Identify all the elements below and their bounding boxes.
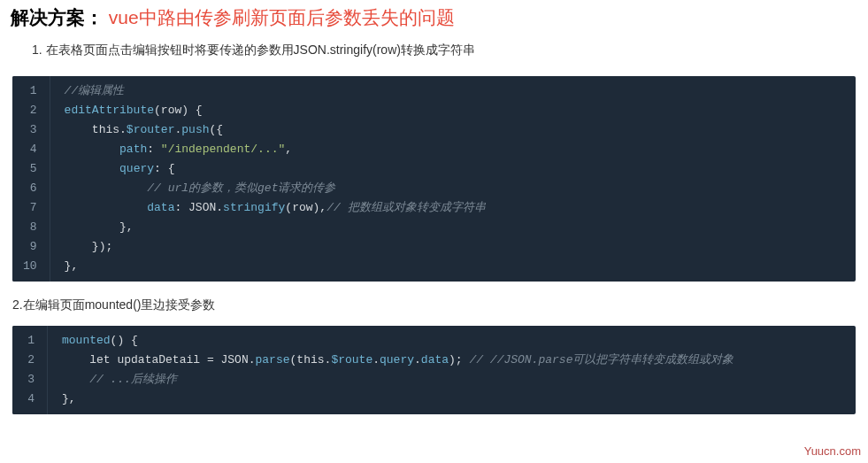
code-gutter: 1 2 3 4 [12,326,48,414]
code-router: $router [127,123,175,136]
code-param: row [161,104,181,117]
code-arg: row [292,201,312,214]
code-let: let [89,353,110,367]
line-number: 1 [19,81,41,101]
code-key: data [147,201,174,214]
code-comment: // ...后续操作 [89,373,177,386]
code-content: mounted() { let updataDetail = JSON.pars… [48,326,856,414]
code-stringify: stringify [223,201,285,214]
code-key: path [119,143,147,156]
line-number: 10 [19,257,41,276]
line-number: 1 [19,331,38,351]
line-number: 4 [19,140,41,159]
code-func: editAttribute [65,104,154,117]
code-parse: parse [256,353,290,367]
code-func: mounted [62,334,111,347]
line-number: 9 [19,237,41,257]
code-block-1: 1 2 3 4 5 6 7 8 9 10 //编辑属性 editAttribut… [12,76,856,282]
section-heading: 解决方案： vue中路由传参刷新页面后参数丢失的问题 [0,0,868,30]
line-number: 6 [19,179,41,198]
line-number: 2 [19,351,38,370]
code-route: $route [331,353,373,367]
code-this: this [92,123,119,136]
code-push: push [181,123,209,136]
line-number: 5 [19,159,41,179]
code-data: data [421,353,449,367]
code-content: //编辑属性 editAttribute(row) { this.$router… [50,76,856,282]
heading-title: vue中路由传参刷新页面后参数丢失的问题 [109,7,455,27]
line-number: 7 [19,198,41,218]
code-gutter: 1 2 3 4 5 6 7 8 9 10 [12,76,50,282]
code-this: this [296,353,324,367]
code-key: query [119,162,154,175]
code-comment: //编辑属性 [65,84,125,97]
watermark: Yuucn.com [804,444,861,458]
code-string: "/independent/..." [161,143,285,156]
line-number: 3 [19,370,38,390]
code-comment: // url的参数，类似get请求的传参 [147,181,335,195]
code-json: JSON [220,353,248,367]
line-number: 8 [19,218,41,237]
line-number: 4 [19,390,38,409]
code-block-2: 1 2 3 4 mounted() { let updataDetail = J… [12,326,856,414]
heading-prefix: 解决方案： [11,7,104,27]
step-2-text: 2.在编辑页面mounted()里边接受参数 [0,282,868,326]
code-comment: // 把数组或对象转变成字符串 [326,201,485,214]
code-comment: // //JSON.parse可以把字符串转变成数组或对象 [469,353,734,367]
code-query: query [380,353,414,367]
line-number: 3 [19,120,41,140]
code-var: updataDetail [117,353,200,367]
code-json: JSON [188,201,216,214]
step-1-text: 1. 在表格页面点击编辑按钮时将要传递的参数用JSON.stringify(ro… [0,30,868,58]
line-number: 2 [19,101,41,120]
